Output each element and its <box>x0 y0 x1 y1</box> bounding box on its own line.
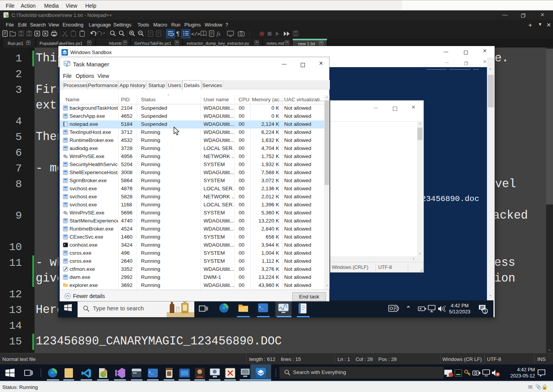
svg-text:fx: fx <box>217 31 221 37</box>
svg-text:1: 1 <box>484 309 487 314</box>
svg-text:</>: </> <box>191 31 200 37</box>
svg-text:¶: ¶ <box>176 31 180 37</box>
